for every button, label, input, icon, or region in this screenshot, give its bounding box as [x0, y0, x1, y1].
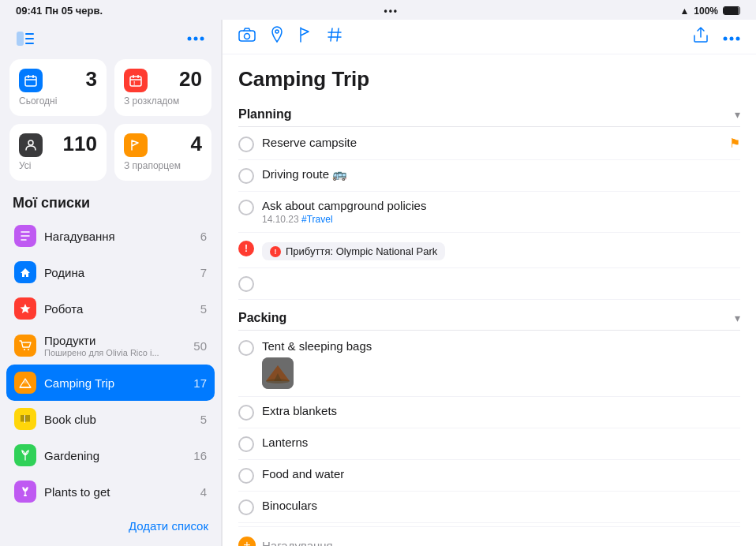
- task-ask-policies: Ask about campground policies 14.10.23 #…: [238, 192, 740, 233]
- plants-count: 4: [200, 485, 207, 499]
- svg-text:!: !: [133, 80, 135, 86]
- work-count: 5: [200, 302, 207, 316]
- stats-grid: 3 Сьогодні ! 20 З розкладом 1: [0, 59, 221, 192]
- note-title: Camping Trip: [238, 67, 740, 92]
- scheduled-icon: !: [124, 69, 148, 92]
- task-circle-2[interactable]: [238, 168, 254, 184]
- task-text-p3: Lanterns: [262, 436, 740, 449]
- add-reminder-button[interactable]: + Нагадування: [238, 526, 740, 546]
- sidebar-item-bookclub[interactable]: Book club 5: [6, 401, 215, 437]
- all-icon: [19, 133, 43, 157]
- camping-icon: [14, 372, 36, 394]
- svg-point-27: [245, 34, 250, 39]
- camera-icon[interactable]: [238, 28, 256, 46]
- svg-point-33: [724, 37, 728, 41]
- flag-indicator-1: ⚑: [729, 136, 740, 151]
- bookclub-label: Book club: [44, 413, 193, 426]
- products-subtext: Поширено для Olivia Rico i...: [44, 348, 185, 357]
- flagged-count: 4: [191, 133, 202, 154]
- sidebar-toggle-button[interactable]: [13, 26, 38, 51]
- add-list-button[interactable]: Додати список: [0, 513, 221, 539]
- task-circle-p2[interactable]: [238, 405, 254, 421]
- task-blankets: Extra blankets: [238, 397, 740, 428]
- planning-section-header[interactable]: Planning ▾: [238, 103, 740, 127]
- family-icon: [14, 261, 36, 283]
- wifi-icon: ▲: [679, 6, 689, 17]
- hashtag-icon[interactable]: [327, 27, 342, 47]
- svg-rect-7: [25, 77, 36, 86]
- stat-all[interactable]: 110 Усі: [9, 124, 107, 181]
- sidebar-item-camping[interactable]: Camping Trip 17: [6, 365, 215, 401]
- sidebar-item-products[interactable]: Продукти Поширено для Olivia Rico i... 5…: [6, 327, 215, 365]
- plants-icon: [14, 481, 36, 503]
- svg-point-4: [188, 37, 192, 41]
- sidebar-item-gardening[interactable]: Gardening 16: [6, 437, 215, 473]
- task-circle-1[interactable]: [238, 136, 254, 152]
- products-label: Продукти: [44, 334, 185, 347]
- task-circle-p4[interactable]: [238, 468, 254, 484]
- stat-scheduled[interactable]: ! 20 З розкладом: [114, 59, 211, 116]
- plants-label: Plants to get: [44, 485, 193, 499]
- flag-toolbar-icon[interactable]: [298, 27, 313, 47]
- status-time: 09:41 Пн 05 черв.: [16, 5, 103, 17]
- sidebar-more-button[interactable]: [183, 26, 208, 51]
- lists-container: Нагадування 6 Родина 7 Робота 5: [0, 218, 221, 510]
- work-icon: [14, 297, 36, 320]
- svg-point-21: [24, 349, 25, 350]
- all-count: 110: [63, 133, 97, 154]
- all-label: Усі: [19, 160, 97, 171]
- camping-count: 17: [193, 376, 207, 390]
- family-count: 7: [200, 266, 207, 279]
- reminders-label: Нагадування: [44, 230, 193, 243]
- task-lanterns: Lanterns: [238, 428, 740, 460]
- task-error-circle[interactable]: !: [238, 241, 254, 256]
- bookclub-icon: [14, 408, 36, 430]
- sidebar-header: [0, 20, 221, 59]
- add-reminder-label: Нагадування: [262, 539, 333, 547]
- more-icon[interactable]: [723, 28, 740, 45]
- share-icon[interactable]: [693, 26, 709, 47]
- family-label: Родина: [44, 266, 193, 279]
- arrival-badge: ! Прибуття: Olympic National Park: [262, 242, 445, 260]
- toolbar-right-icons: [693, 26, 740, 47]
- flagged-label: З прапорцем: [124, 160, 202, 171]
- svg-rect-3: [25, 43, 34, 44]
- reminders-count: 6: [200, 230, 207, 243]
- sidebar-item-work[interactable]: Робота 5: [6, 290, 215, 327]
- packing-title: Packing: [238, 311, 286, 325]
- camping-label: Camping Trip: [44, 376, 185, 390]
- task-circle-3[interactable]: [238, 200, 254, 215]
- task-circle-p5[interactable]: [238, 499, 254, 515]
- task-empty: [238, 268, 740, 300]
- stat-flagged[interactable]: 4 З прапорцем: [114, 124, 211, 181]
- add-reminder-icon: +: [238, 537, 256, 546]
- sidebar-item-reminders[interactable]: Нагадування 6: [6, 218, 215, 254]
- work-label: Робота: [44, 302, 193, 316]
- my-lists-title: Мої списки: [0, 192, 221, 218]
- task-circle-p3[interactable]: [238, 436, 254, 452]
- packing-section-header[interactable]: Packing ▾: [238, 306, 740, 331]
- stat-today[interactable]: 3 Сьогодні: [9, 59, 107, 116]
- today-count: 3: [86, 69, 97, 89]
- flagged-icon: [124, 133, 148, 157]
- task-text-1: Reserve campsite: [262, 136, 721, 149]
- task-arrival: ! ! Прибуття: Olympic National Park: [238, 233, 740, 268]
- reminders-icon: [14, 225, 36, 247]
- task-food-water: Food and water: [238, 460, 740, 492]
- svg-marker-20: [21, 304, 31, 313]
- svg-point-28: [275, 30, 279, 33]
- task-text-p1: Tent & sleeping bags: [262, 339, 740, 389]
- task-text-p2: Extra blankets: [262, 404, 740, 417]
- detail-toolbar: [223, 20, 756, 54]
- task-circle-empty[interactable]: [238, 276, 254, 292]
- task-circle-p1[interactable]: [238, 340, 254, 356]
- svg-line-30: [337, 28, 339, 41]
- packing-chevron: ▾: [735, 312, 740, 324]
- gardening-count: 16: [193, 449, 207, 462]
- sidebar-item-plants[interactable]: Plants to get 4: [6, 473, 215, 510]
- location-icon[interactable]: [270, 26, 284, 47]
- status-right: ▲ 100%: [679, 6, 740, 17]
- detail-content: Camping Trip Planning ▾ Reserve campsite…: [223, 54, 756, 546]
- sidebar-item-family[interactable]: Родина 7: [6, 254, 215, 290]
- toolbar-left-icons: [238, 26, 342, 47]
